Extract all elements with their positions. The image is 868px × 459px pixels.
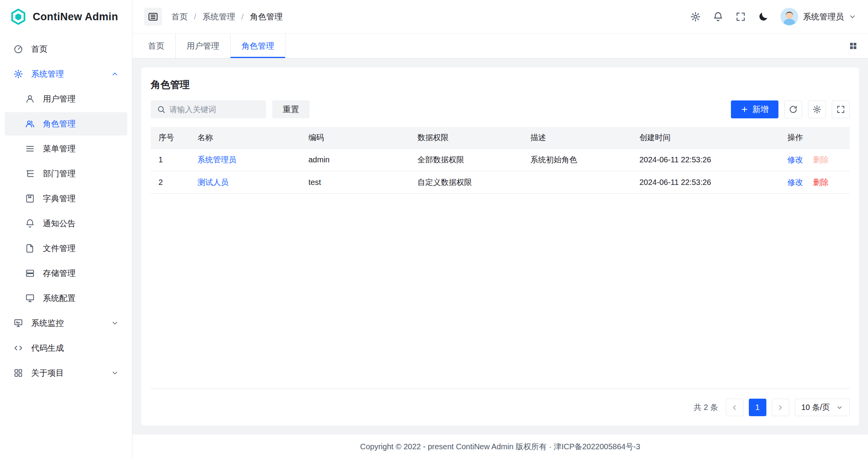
search-input[interactable]	[169, 105, 260, 114]
cell-index: 1	[151, 148, 190, 171]
sidebar-item-label: 通知公告	[43, 218, 76, 229]
column-header-name: 名称	[190, 127, 301, 148]
sidebar-item-label: 关于项目	[31, 368, 64, 378]
breadcrumb: 首页 / 系统管理 / 角色管理	[171, 11, 283, 22]
chevron-up-icon	[111, 70, 119, 78]
menu-lines-icon	[25, 144, 35, 154]
sidebar-item-label: 首页	[31, 44, 48, 55]
column-header-description: 描述	[523, 127, 632, 148]
tab-home[interactable]: 首页	[137, 33, 176, 58]
sidebar-item-config[interactable]: 系统配置	[5, 287, 127, 310]
edit-action[interactable]: 修改	[787, 155, 803, 165]
sidebar-item-menu[interactable]: 菜单管理	[5, 137, 127, 160]
sidebar-item-label: 存储管理	[43, 268, 76, 279]
chevron-down-icon	[111, 369, 119, 377]
cell-description	[523, 171, 632, 193]
code-icon	[13, 343, 23, 353]
refresh-button[interactable]	[784, 100, 802, 118]
column-settings-button[interactable]	[808, 100, 826, 118]
sidebar-item-storage[interactable]: 存储管理	[5, 262, 127, 285]
bell-icon	[25, 218, 35, 229]
user-icon	[25, 94, 35, 104]
sidebar-item-codegen[interactable]: 代码生成	[5, 336, 127, 360]
table-row: 1 系统管理员 admin 全部数据权限 系统初始角色 2024-06-11 2…	[151, 148, 850, 171]
breadcrumb-system[interactable]: 系统管理	[202, 11, 235, 22]
sidebar-item-about[interactable]: 关于项目	[5, 361, 127, 385]
sidebar-item-label: 文件管理	[43, 243, 76, 254]
main-content: 角色管理 重置 新增	[132, 58, 868, 434]
logo-icon	[9, 8, 27, 26]
fullscreen-icon[interactable]	[735, 11, 746, 22]
cell-data-scope: 全部数据权限	[410, 148, 523, 171]
avatar	[780, 8, 798, 26]
chevron-down-icon	[849, 13, 856, 21]
sidebar-item-dept[interactable]: 部门管理	[5, 162, 127, 185]
row-actions: 修改 删除	[787, 177, 842, 188]
breadcrumb-home[interactable]: 首页	[171, 11, 188, 22]
app-logo: ContiNew Admin	[0, 0, 132, 33]
fullscreen-table-button[interactable]	[832, 100, 850, 118]
role-name-link[interactable]: 系统管理员	[197, 155, 236, 164]
edit-action[interactable]: 修改	[787, 177, 803, 188]
sidebar-item-home[interactable]: 首页	[5, 37, 127, 61]
sidebar-item-monitor[interactable]: 系统监控	[5, 311, 127, 335]
dictionary-icon	[25, 193, 35, 204]
table-row: 2 测试人员 test 自定义数据权限 2024-06-11 22:53:26 …	[151, 171, 850, 193]
sidebar-item-dict[interactable]: 字典管理	[5, 187, 127, 210]
bell-icon[interactable]	[713, 11, 724, 22]
topbar: 首页 / 系统管理 / 角色管理	[132, 0, 868, 33]
moon-icon[interactable]	[758, 11, 769, 22]
user-menu[interactable]: 系统管理员	[780, 8, 856, 26]
cell-description: 系统初始角色	[523, 148, 632, 171]
page-size-select[interactable]: 10 条/页	[795, 399, 850, 416]
content-column: 首页 / 系统管理 / 角色管理	[132, 0, 868, 459]
row-actions: 修改 删除	[787, 155, 842, 165]
sidebar-item-system[interactable]: 系统管理	[5, 62, 127, 86]
add-button[interactable]: 新增	[731, 100, 778, 118]
settings-icon[interactable]	[690, 11, 701, 22]
delete-action-disabled: 删除	[813, 155, 829, 165]
next-page-button[interactable]	[772, 399, 789, 416]
tab-user-management[interactable]: 用户管理	[176, 33, 231, 58]
tab-role-management[interactable]: 角色管理	[231, 33, 285, 58]
sidebar-item-label: 部门管理	[43, 168, 76, 179]
pagination: 共 2 条 1 10 条/页	[151, 399, 850, 416]
tab-actions-button[interactable]	[849, 33, 868, 58]
add-button-label: 新增	[752, 104, 769, 115]
reset-button[interactable]: 重置	[272, 100, 310, 118]
role-name-link[interactable]: 测试人员	[197, 178, 229, 186]
fullscreen-icon	[836, 105, 845, 114]
delete-action[interactable]: 删除	[813, 177, 829, 188]
cell-created-at: 2024-06-11 22:53:26	[632, 148, 780, 171]
app-root: ContiNew Admin 首页 系统管理	[0, 0, 868, 459]
table-header-row: 序号 名称 编码 数据权限 描述 创建时间 操作	[151, 127, 850, 148]
user-group-icon	[25, 119, 35, 129]
topbar-actions: 系统管理员	[690, 8, 856, 26]
column-header-data-scope: 数据权限	[410, 127, 523, 148]
file-icon	[25, 243, 35, 253]
prev-page-button[interactable]	[726, 399, 743, 416]
column-header-created-at: 创建时间	[632, 127, 780, 148]
tab-label: 角色管理	[241, 40, 274, 51]
dashboard-icon	[13, 44, 23, 54]
search-box	[151, 100, 266, 118]
column-header-code: 编码	[301, 127, 410, 148]
page-number-button[interactable]: 1	[749, 399, 766, 416]
sidebar-item-file[interactable]: 文件管理	[5, 237, 127, 260]
sidebar-item-label: 系统监控	[31, 318, 64, 329]
cell-index: 2	[151, 171, 190, 193]
sidebar-item-user[interactable]: 用户管理	[5, 87, 127, 111]
role-table: 序号 名称 编码 数据权限 描述 创建时间 操作 1	[151, 127, 850, 389]
sidebar: ContiNew Admin 首页 系统管理	[0, 0, 132, 459]
pagination-total: 共 2 条	[694, 402, 718, 413]
sidebar-item-role[interactable]: 角色管理	[5, 112, 127, 135]
cell-code: test	[301, 171, 410, 193]
column-header-index: 序号	[151, 127, 190, 148]
monitor-icon	[25, 293, 35, 303]
toolbar-right: 新增	[731, 100, 850, 118]
page-size-value: 10 条/页	[801, 402, 830, 413]
collapse-sidebar-button[interactable]	[144, 8, 162, 26]
app-title: ContiNew Admin	[33, 11, 118, 23]
apps-icon	[13, 368, 23, 378]
sidebar-item-notice[interactable]: 通知公告	[5, 212, 127, 235]
